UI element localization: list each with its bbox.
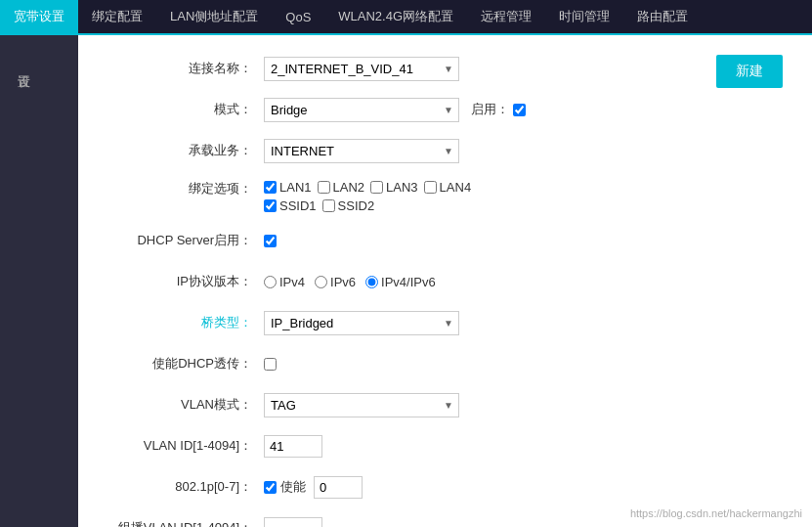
- new-button[interactable]: 新建: [716, 55, 783, 88]
- bind-checkboxes: LAN1 LAN2 LAN3 LAN4: [264, 180, 471, 213]
- vlan-8021p-row: 802.1p[0-7]： 使能: [107, 473, 783, 501]
- vlan-id-row: VLAN ID[1-4094]：: [107, 432, 783, 460]
- vlan-8021p-label: 802.1p[0-7]：: [107, 478, 264, 496]
- lan4-item[interactable]: LAN4: [424, 180, 472, 195]
- vlan-mode-select[interactable]: TAG: [264, 393, 459, 417]
- top-navigation: 宽带设置 绑定配置 LAN侧地址配置 QoS WLAN2.4G网络配置 远程管理…: [0, 0, 812, 35]
- bind-label: 绑定选项：: [107, 180, 264, 198]
- lan1-item[interactable]: LAN1: [264, 180, 312, 195]
- ip-version-group: IPv4 IPv6 IPv4/IPv6: [264, 275, 436, 289]
- lan3-label: LAN3: [386, 180, 418, 195]
- vlan-8021p-enable-label: 使能: [280, 478, 306, 496]
- lan4-label: LAN4: [440, 180, 472, 195]
- service-wrapper: INTERNET: [264, 139, 459, 163]
- ipv6-radio[interactable]: [315, 276, 327, 288]
- vlan-id-label: VLAN ID[1-4094]：: [107, 437, 264, 455]
- lan2-checkbox[interactable]: [318, 181, 330, 194]
- mode-label: 模式：: [107, 101, 264, 118]
- url-hint: https://blog.csdn.net/hackermangzhi: [630, 507, 802, 519]
- connection-name-wrapper: 2_INTERNET_B_VID_41: [264, 57, 459, 81]
- lan1-label: LAN1: [279, 180, 312, 195]
- ipv6-item[interactable]: IPv6: [315, 275, 356, 289]
- mode-wrapper: Bridge: [264, 98, 459, 122]
- lan3-checkbox[interactable]: [370, 181, 383, 194]
- ipv4v6-item[interactable]: IPv4/IPv6: [365, 275, 436, 289]
- sidebar: 设置: [0, 35, 78, 527]
- service-label: 承载业务：: [107, 142, 264, 159]
- enable-label: 启用：: [471, 101, 509, 118]
- vlan-mode-label: VLAN模式：: [107, 396, 264, 414]
- dhcp-relay-row: 使能DHCP透传：: [107, 350, 783, 377]
- ssid2-item[interactable]: SSID2: [322, 198, 375, 213]
- mode-row: 模式： Bridge 启用：: [107, 96, 783, 123]
- group-vlan-input[interactable]: [264, 517, 322, 528]
- dhcp-checkbox[interactable]: [264, 235, 277, 247]
- nav-remote[interactable]: 远程管理: [467, 0, 545, 33]
- nav-time[interactable]: 时间管理: [545, 0, 623, 33]
- ssid1-checkbox[interactable]: [264, 199, 277, 212]
- connection-name-select[interactable]: 2_INTERNET_B_VID_41: [264, 57, 459, 81]
- lan2-label: LAN2: [333, 180, 365, 195]
- ip-version-label: IP协议版本：: [107, 273, 264, 290]
- connection-name-row: 连接名称： 2_INTERNET_B_VID_41: [107, 55, 783, 82]
- dhcp-row: DHCP Server启用：: [107, 227, 783, 254]
- page-layout: 设置 新建 连接名称： 2_INTERNET_B_VID_41 模式： Brid…: [0, 35, 812, 527]
- dhcp-relay-label: 使能DHCP透传：: [107, 355, 264, 373]
- ipv4-label: IPv4: [279, 275, 305, 289]
- ipv4v6-label: IPv4/IPv6: [381, 275, 436, 289]
- service-select[interactable]: INTERNET: [264, 139, 459, 163]
- sidebar-label: 设置: [0, 55, 47, 74]
- vlan-mode-wrapper: TAG: [264, 393, 459, 417]
- lan4-checkbox[interactable]: [424, 181, 437, 194]
- nav-wlan24[interactable]: WLAN2.4G网络配置: [324, 0, 467, 33]
- bridge-type-label: 桥类型：: [107, 314, 264, 331]
- vlan-id-input[interactable]: [264, 435, 322, 458]
- ipv4-radio[interactable]: [264, 276, 277, 288]
- nav-binding[interactable]: 绑定配置: [78, 0, 156, 33]
- bridge-type-wrapper: IP_Bridged: [264, 311, 459, 335]
- ssid2-checkbox[interactable]: [322, 199, 335, 212]
- nav-qos[interactable]: QoS: [272, 0, 324, 33]
- ssid1-item[interactable]: SSID1: [264, 198, 317, 213]
- enable-checkbox[interactable]: [513, 104, 526, 116]
- service-row: 承载业务： INTERNET: [107, 137, 783, 164]
- vlan-8021p-input[interactable]: [314, 476, 363, 499]
- lan2-item[interactable]: LAN2: [318, 180, 365, 195]
- bind-row1: LAN1 LAN2 LAN3 LAN4: [264, 180, 471, 195]
- ipv4v6-radio[interactable]: [365, 276, 378, 288]
- ipv4-item[interactable]: IPv4: [264, 275, 305, 289]
- lan1-checkbox[interactable]: [264, 181, 277, 194]
- bridge-type-row: 桥类型： IP_Bridged: [107, 309, 783, 336]
- main-content: 新建 连接名称： 2_INTERNET_B_VID_41 模式： Bridge …: [78, 35, 812, 527]
- dhcp-label: DHCP Server启用：: [107, 232, 264, 249]
- ssid1-label: SSID1: [279, 198, 317, 213]
- mode-select[interactable]: Bridge: [264, 98, 459, 122]
- nav-lan-address[interactable]: LAN侧地址配置: [156, 0, 272, 33]
- vlan-mode-row: VLAN模式： TAG: [107, 391, 783, 418]
- lan3-item[interactable]: LAN3: [370, 180, 418, 195]
- ipv6-label: IPv6: [330, 275, 356, 289]
- group-vlan-label: 组播VLAN ID[1-4094]：: [107, 519, 264, 527]
- connection-name-label: 连接名称：: [107, 60, 264, 77]
- dhcp-relay-checkbox[interactable]: [264, 358, 277, 371]
- bind-row: 绑定选项： LAN1 LAN2 LAN3: [107, 178, 783, 213]
- nav-route[interactable]: 路由配置: [623, 0, 702, 33]
- nav-broadband[interactable]: 宽带设置: [0, 0, 78, 33]
- bind-row2: SSID1 SSID2: [264, 198, 471, 213]
- vlan-8021p-checkbox[interactable]: [264, 481, 277, 494]
- bridge-type-select[interactable]: IP_Bridged: [264, 311, 459, 335]
- ip-version-row: IP协议版本： IPv4 IPv6 IPv4/IPv6: [107, 268, 783, 295]
- ssid2-label: SSID2: [338, 198, 375, 213]
